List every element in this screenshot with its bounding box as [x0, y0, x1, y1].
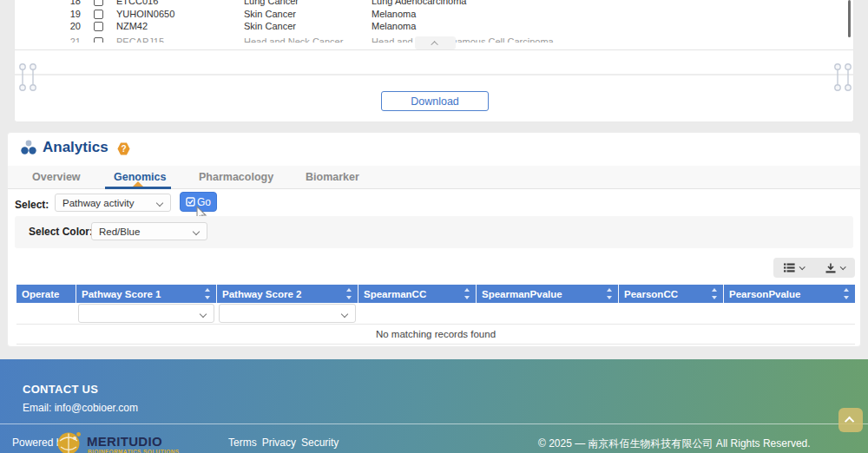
color-select[interactable]: Red/Blue [91, 222, 207, 240]
cell-line-panel: 18 ETCC016 Lung Cancer Lung Adenocarcino… [14, 0, 854, 122]
column-label: Pathway Score 2 [222, 289, 301, 299]
sort-icon[interactable] [205, 288, 211, 299]
chevron-down-icon [341, 311, 348, 318]
column-header-operate[interactable]: Operate [16, 285, 76, 303]
drag-handle-icon[interactable] [18, 62, 39, 92]
filter-cell [619, 303, 724, 325]
disease-cell: Head and Neck Squamous Cell Carcinoma [372, 36, 554, 43]
analytics-dots-icon [21, 140, 38, 155]
select-color-label: Select Color: [29, 226, 93, 238]
disease-cell: Melanoma [372, 21, 416, 31]
sort-icon[interactable] [712, 288, 718, 299]
contact-email: Email: info@cobioer.com [23, 402, 138, 414]
column-header-pathway-score-1[interactable]: Pathway Score 1 [76, 285, 217, 303]
panel-divider [15, 74, 853, 76]
terms-link[interactable]: Terms [228, 437, 257, 449]
cell-line-name: NZM42 [116, 21, 148, 31]
sort-icon[interactable] [844, 288, 850, 299]
tab-overview[interactable]: Overview [32, 171, 81, 183]
analytics-panel: Analytics ? Overview Genomics Pharmacolo… [7, 132, 861, 347]
collapse-table-button[interactable] [415, 36, 456, 49]
row-checkbox[interactable] [94, 10, 103, 19]
chevron-up-icon [845, 417, 854, 426]
table-bottom-border [15, 49, 853, 50]
tabs-bar: Overview Genomics Pharmacology Biomarker [8, 166, 860, 189]
footer-divider [0, 423, 868, 424]
column-header-pearsonpvalue[interactable]: PearsonPvalue [724, 285, 855, 303]
footer: CONTACT US Email: info@cobioer.com Power… [0, 359, 868, 453]
pathway-select[interactable]: Pathway activity [55, 194, 171, 212]
security-link[interactable]: Security [301, 437, 339, 449]
copyright-text: © 2025 — 南京科佰生物科技有限公司 All Rights Reserve… [538, 437, 811, 451]
pathway-score-1-filter-select[interactable] [78, 304, 214, 323]
chevron-down-icon [839, 264, 845, 270]
chevron-down-icon [200, 311, 207, 318]
help-icon[interactable]: ? [117, 142, 130, 155]
page-title: Analytics [43, 139, 108, 156]
drag-handle-icon[interactable] [833, 62, 854, 92]
table-row: 19 YUHOIN0650 Skin Cancer Melanoma [15, 9, 853, 22]
row-number: 21 [51, 36, 81, 43]
privacy-link[interactable]: Privacy [262, 437, 296, 449]
columns-button[interactable] [773, 258, 814, 278]
column-header-pearsoncc[interactable]: PearsonCC [619, 285, 724, 303]
columns-list-icon [784, 263, 795, 272]
column-header-pathway-score-2[interactable]: Pathway Score 2 [217, 285, 358, 303]
page: 18 ETCC016 Lung Cancer Lung Adenocarcino… [0, 0, 868, 453]
row-number: 18 [51, 0, 81, 6]
filter-cell [724, 303, 855, 325]
chevron-down-icon [193, 228, 200, 235]
active-tab-pointer-icon [133, 181, 143, 187]
brand-name: MERITUDIO [87, 434, 162, 449]
disease-cell: Lung Adenocarcinoma [372, 0, 466, 6]
column-header-spearmanpvalue[interactable]: SpearmanPvalue [477, 285, 619, 303]
export-button[interactable] [814, 258, 855, 278]
tissue-cell: Head and Neck Cancer [244, 36, 343, 43]
empty-message: No matching records found [16, 325, 855, 345]
sort-icon[interactable] [464, 288, 470, 299]
filter-cell [16, 303, 76, 325]
disease-cell: Melanoma [372, 9, 416, 19]
column-label: SpearmanPvalue [482, 289, 562, 299]
scrollbar[interactable] [848, 0, 851, 37]
tab-biomarker[interactable]: Biomarker [306, 171, 359, 183]
chevron-down-icon [156, 200, 163, 207]
column-label: PearsonPvalue [729, 289, 800, 299]
chevron-up-icon [431, 41, 437, 48]
cell-line-name: YUHOIN0650 [116, 9, 174, 19]
download-button[interactable]: Download [381, 91, 489, 111]
table-row: 20 NZM42 Skin Cancer Melanoma [15, 21, 853, 34]
filter-cell [477, 303, 619, 325]
pathway-score-2-filter-select[interactable] [219, 304, 356, 323]
results-table-header: Operate Pathway Score 1 Pathway Score 2 … [16, 285, 855, 303]
sort-icon[interactable] [346, 288, 352, 299]
back-to-top-button[interactable] [838, 408, 863, 432]
results-table: Operate Pathway Score 1 Pathway Score 2 … [16, 285, 855, 345]
column-label: Operate [22, 289, 59, 299]
row-number: 20 [51, 21, 81, 31]
column-label: PearsonCC [624, 289, 678, 299]
row-checkbox[interactable] [94, 22, 103, 31]
active-tab-underline [105, 187, 171, 189]
cell-line-name: ETCC016 [116, 0, 158, 6]
color-select-value: Red/Blue [99, 226, 140, 237]
download-export-icon [825, 263, 836, 273]
tab-pharmacology[interactable]: Pharmacology [199, 171, 273, 183]
column-header-spearmancc[interactable]: SpearmanCC [358, 285, 477, 303]
row-checkbox[interactable] [94, 37, 103, 43]
filter-cell [217, 303, 358, 325]
sort-icon[interactable] [607, 288, 613, 299]
tissue-cell: Skin Cancer [244, 21, 296, 31]
column-label: Pathway Score 1 [82, 289, 161, 299]
filter-cell [358, 303, 477, 325]
meritudio-logo-icon [56, 430, 83, 453]
cell-line-name: PECAPJ15 [116, 36, 164, 43]
column-label: SpearmanCC [364, 289, 426, 299]
tissue-cell: Lung Cancer [244, 0, 299, 6]
chevron-down-icon [799, 264, 806, 270]
color-select-panel: Select Color: Red/Blue [15, 216, 853, 248]
filter-row [16, 303, 855, 325]
row-checkbox[interactable] [94, 0, 103, 6]
contact-heading: CONTACT US [23, 383, 98, 396]
table-row: 18 ETCC016 Lung Cancer Lung Adenocarcino… [15, 0, 853, 9]
